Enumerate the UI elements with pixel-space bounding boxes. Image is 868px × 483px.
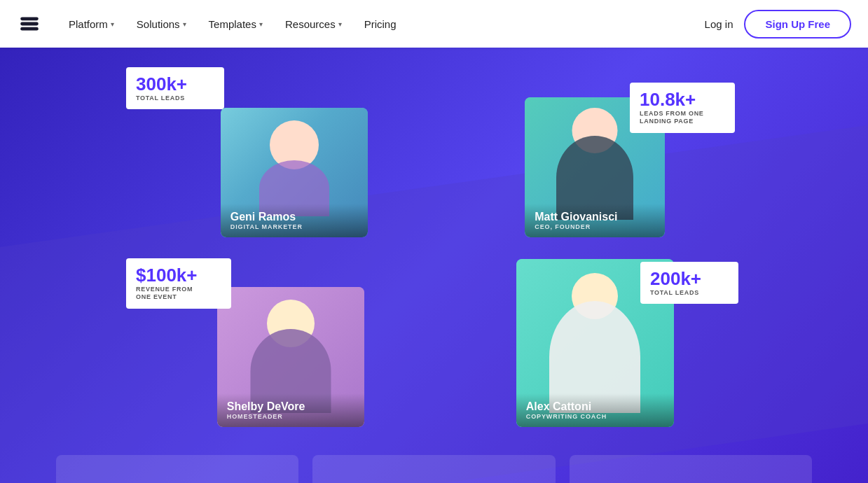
main-content: 300k+ TOTAL LEADS Geni Ramos DIGITAL MAR…: [0, 48, 868, 483]
stat-badge-shelby: $100k+ REVENUE FROM ONE EVENT: [126, 258, 231, 309]
stat-label-shelby: REVENUE FROM ONE EVENT: [136, 286, 221, 302]
nav-solutions-label: Solutions: [137, 18, 180, 30]
nav-item-templates[interactable]: Templates ▾: [199, 13, 273, 36]
card-alex: Alex Cattoni COPYWRITING COACH 200k+ TOT…: [441, 251, 743, 427]
bottom-card-3: [570, 455, 812, 483]
person-name-geni: Geni Ramos: [230, 211, 358, 223]
stat-label-alex: TOTAL LEADS: [650, 289, 729, 298]
nav-item-resources[interactable]: Resources ▾: [275, 13, 352, 36]
nav-item-solutions[interactable]: Solutions ▾: [127, 13, 196, 36]
svg-rect-2: [20, 17, 39, 20]
person-img-geni: Geni Ramos DIGITAL MARKETER: [221, 108, 368, 237]
stat-label-matt: LEADS FROM ONE LANDING PAGE: [640, 110, 725, 126]
stat-number-alex: 200k+: [650, 269, 729, 289]
chevron-down-icon: ▾: [259, 20, 263, 28]
stat-label-geni: TOTAL LEADS: [136, 94, 214, 103]
person-name-block-geni: Geni Ramos DIGITAL MARKETER: [221, 204, 368, 237]
nav-resources-label: Resources: [285, 18, 336, 30]
stat-badge-geni: 300k+ TOTAL LEADS: [126, 67, 224, 109]
signup-button[interactable]: Sign Up Free: [744, 10, 851, 38]
nav-right: Log in Sign Up Free: [705, 10, 851, 38]
person-name-alex: Alex Cattoni: [526, 400, 664, 413]
nav-links: Platform ▾ Solutions ▾ Templates ▾ Resou…: [59, 13, 705, 36]
person-name-shelby: Shelby DeVore: [227, 400, 354, 413]
person-name-block-alex: Alex Cattoni COPYWRITING COACH: [516, 393, 674, 427]
bottom-card-2: [312, 455, 555, 483]
person-name-block-shelby: Shelby DeVore HOMESTEADER: [217, 393, 364, 427]
card-geni: 300k+ TOTAL LEADS Geni Ramos DIGITAL MAR…: [126, 62, 427, 237]
stat-number-matt: 10.8k+: [640, 90, 725, 110]
person-title-shelby: HOMESTEADER: [227, 413, 354, 420]
person-name-matt: Matt Giovanisci: [535, 211, 655, 223]
bottom-cards-bar: [0, 441, 868, 483]
person-img-shelby: Shelby DeVore HOMESTEADER: [217, 287, 364, 427]
bottom-card-1: [56, 455, 298, 483]
person-title-geni: DIGITAL MARKETER: [230, 223, 358, 230]
stat-badge-matt: 10.8k+ LEADS FROM ONE LANDING PAGE: [630, 83, 735, 133]
person-title-alex: COPYWRITING COACH: [526, 413, 664, 420]
person-name-block-matt: Matt Giovanisci CEO, FOUNDER: [525, 204, 665, 237]
nav-pricing-label: Pricing: [364, 18, 397, 30]
svg-rect-0: [20, 27, 39, 31]
login-button[interactable]: Log in: [705, 18, 733, 30]
testimonials-grid: 300k+ TOTAL LEADS Geni Ramos DIGITAL MAR…: [0, 48, 868, 441]
stat-number-shelby: $100k+: [136, 265, 221, 286]
logo[interactable]: [17, 11, 42, 36]
stat-number-geni: 300k+: [136, 74, 214, 94]
card-matt: Matt Giovanisci CEO, FOUNDER 10.8k+ LEAD…: [441, 62, 743, 237]
nav-templates-label: Templates: [209, 18, 256, 30]
svg-rect-1: [20, 22, 39, 26]
card-shelby: $100k+ REVENUE FROM ONE EVENT Shelby DeV…: [126, 251, 427, 427]
nav-platform-label: Platform: [69, 18, 108, 30]
nav-item-platform[interactable]: Platform ▾: [59, 13, 124, 36]
stat-badge-alex: 200k+ TOTAL LEADS: [640, 262, 738, 304]
chevron-down-icon: ▾: [338, 20, 342, 28]
chevron-down-icon: ▾: [183, 20, 186, 28]
nav-item-pricing[interactable]: Pricing: [354, 13, 406, 36]
navbar: Platform ▾ Solutions ▾ Templates ▾ Resou…: [0, 0, 868, 48]
chevron-down-icon: ▾: [111, 20, 114, 28]
person-title-matt: CEO, FOUNDER: [535, 223, 655, 230]
